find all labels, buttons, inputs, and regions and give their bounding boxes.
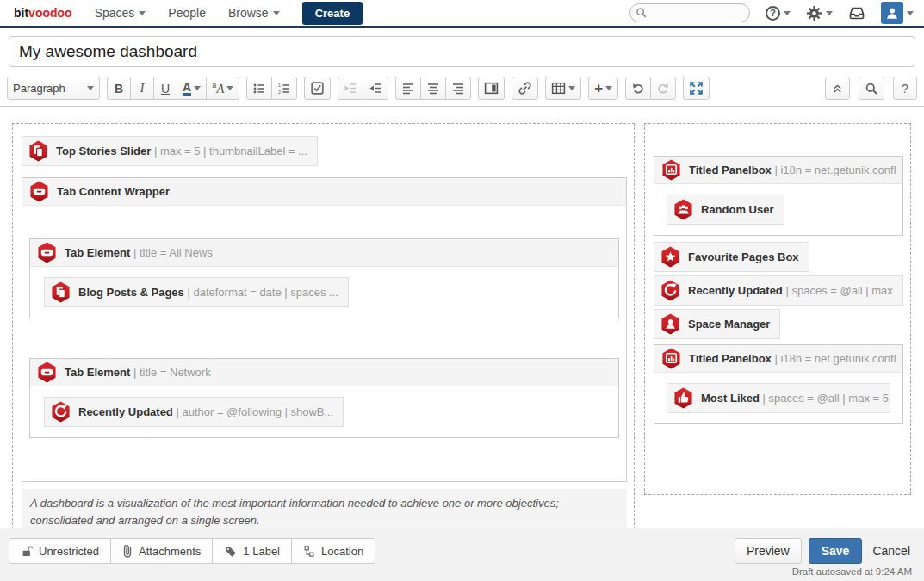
task-list-button[interactable] (304, 77, 331, 100)
svg-text:2: 2 (278, 90, 281, 95)
macro-tab-content-wrapper[interactable]: Tab Content Wrapper Tab Element | title … (22, 177, 627, 482)
help-icon: ? (766, 6, 780, 21)
nav-people[interactable]: People (168, 6, 206, 20)
chevron-down-icon (605, 86, 612, 90)
macro-tab-element-header[interactable]: Tab Element | title = Network (30, 359, 618, 386)
macro-space-manager[interactable]: Space Manager (654, 309, 780, 339)
editor-content[interactable]: Top Stories Slider | max = 5 | thumbnail… (0, 107, 924, 542)
page-metadata-bar: Unrestricted Attachments 1 Label Locatio… (9, 538, 375, 564)
align-right-button[interactable] (445, 77, 471, 100)
macro-titled-panelbox-header[interactable]: Titled Panelbox | i18n = net.getunik.con… (654, 157, 902, 184)
numbered-list-button[interactable]: 12 (271, 77, 297, 100)
hierarchy-icon (303, 545, 315, 558)
macro-favourite-pages-box[interactable]: Favourite Pages Box (654, 242, 809, 272)
insert-more-button[interactable]: + (588, 77, 618, 100)
italic-button[interactable]: I (130, 77, 154, 100)
paperclip-icon (122, 544, 133, 558)
bold-button[interactable]: B (107, 77, 131, 100)
location-button[interactable]: Location (291, 538, 375, 564)
thumbsup-icon (673, 387, 693, 409)
macro-tab-content-wrapper-body[interactable]: Tab Element | title = All News Blog Post… (22, 206, 626, 481)
pages-icon (28, 140, 48, 162)
tab-icon (29, 181, 49, 202)
more-formatting-button[interactable]: aA (206, 77, 239, 100)
quick-search[interactable] (629, 3, 750, 22)
macro-tab-element-body[interactable]: Blog Posts & Pages | dateformat = date |… (30, 267, 618, 318)
chevron-down-icon (568, 86, 575, 90)
nav-spaces[interactable]: Spaces (95, 6, 146, 20)
macro-most-liked[interactable]: Most Liked | spaces = @all | max = 5 (667, 383, 890, 413)
bullet-list-button[interactable] (246, 77, 272, 100)
paragraph-style-dropdown[interactable]: Paragraph (7, 77, 100, 100)
help-menu[interactable]: ? (766, 6, 791, 21)
link-button[interactable] (512, 77, 538, 100)
editor-toolbar: Paragraph B I U A aA 12 (0, 72, 924, 107)
outdent-button[interactable] (338, 77, 363, 100)
person-icon (660, 313, 680, 335)
underline-button[interactable]: U (153, 77, 177, 100)
page-layout-button[interactable] (478, 77, 505, 100)
macro-top-stories-slider[interactable]: Top Stories Slider | max = 5 | thumbnail… (22, 136, 318, 166)
settings-menu[interactable] (806, 5, 833, 22)
tab-icon (37, 242, 57, 263)
notifications-tray[interactable] (848, 6, 865, 21)
footer-actions: Preview Save Cancel (735, 538, 914, 564)
align-left-button[interactable] (395, 77, 421, 100)
macro-titled-panelbox-body[interactable]: Most Liked | spaces = @all | max = 5 (654, 373, 902, 423)
title-row (0, 28, 924, 72)
search-input[interactable] (629, 3, 750, 22)
macro-recently-updated-network[interactable]: Recently Updated | author = @following |… (44, 397, 344, 427)
layout-cell-main[interactable]: Top Stories Slider | max = 5 | thumbnail… (12, 123, 635, 542)
attachments-button[interactable]: Attachments (110, 538, 213, 564)
collapse-toolbar-button[interactable] (825, 77, 850, 100)
labels-button[interactable]: 1 Label (212, 538, 292, 564)
redo-button[interactable] (650, 77, 676, 100)
macro-recently-updated-sidebar[interactable]: Recently Updated | spaces = @all | max =… (654, 275, 903, 306)
layout-cell-sidebar[interactable]: Titled Panelbox | i18n = net.getunik.con… (644, 123, 911, 495)
macro-blog-posts-pages[interactable]: Blog Posts & Pages | dateformat = date |… (44, 277, 349, 307)
refresh-icon (51, 401, 71, 423)
macro-titled-panelbox-2[interactable]: Titled Panelbox | i18n = net.getunik.con… (654, 344, 903, 424)
macro-tab-element-network[interactable]: Tab Element | title = Network Recently U… (29, 358, 619, 438)
nav-browse[interactable]: Browse (228, 6, 280, 20)
cancel-button[interactable]: Cancel (869, 539, 914, 563)
chevron-down-icon (194, 86, 201, 90)
chevron-down-icon (826, 11, 833, 15)
bitvoodoo-logo[interactable]: bitvoodoo (14, 6, 72, 20)
macro-tab-content-wrapper-header[interactable]: Tab Content Wrapper (22, 178, 626, 206)
save-button[interactable]: Save (809, 538, 863, 564)
star-icon (660, 246, 680, 268)
indent-button[interactable] (363, 77, 388, 100)
table-button[interactable] (545, 77, 581, 100)
unlock-icon (21, 545, 33, 558)
macro-titled-panelbox-body[interactable]: Random User (654, 184, 902, 235)
align-center-button[interactable] (420, 77, 446, 100)
refresh-icon (660, 280, 680, 301)
pages-icon (51, 281, 71, 303)
fullscreen-button[interactable] (683, 77, 710, 100)
macro-titled-panelbox-1[interactable]: Titled Panelbox | i18n = net.getunik.con… (654, 156, 903, 236)
tray-icon (848, 6, 865, 21)
macro-titled-panelbox-header[interactable]: Titled Panelbox | i18n = net.getunik.con… (654, 345, 902, 373)
preview-button[interactable]: Preview (735, 538, 802, 564)
macro-random-user[interactable]: Random User (667, 195, 784, 225)
panelbox-icon (661, 159, 681, 181)
people-icon (673, 199, 693, 220)
chevron-down-icon (273, 11, 280, 15)
undo-button[interactable] (625, 77, 651, 100)
autosave-status: Draft autosaved at 9:24 AM (792, 566, 912, 577)
editor-help-button[interactable]: ? (893, 77, 917, 100)
macro-tab-element-all-news[interactable]: Tab Element | title = All News Blog Post… (29, 238, 619, 318)
find-replace-button[interactable] (859, 77, 884, 100)
user-avatar-icon (881, 2, 903, 24)
macro-tab-element-body[interactable]: Recently Updated | author = @following |… (30, 386, 618, 437)
user-menu[interactable] (881, 2, 914, 24)
macro-tab-element-header[interactable]: Tab Element | title = All News (30, 239, 618, 267)
create-button[interactable]: Create (302, 2, 363, 25)
page-title-input[interactable] (9, 36, 915, 67)
chevron-down-icon (907, 11, 914, 15)
tab-icon (37, 362, 57, 383)
panelbox-icon (661, 348, 681, 369)
text-color-button[interactable]: A (177, 77, 207, 100)
restrictions-button[interactable]: Unrestricted (9, 538, 111, 564)
